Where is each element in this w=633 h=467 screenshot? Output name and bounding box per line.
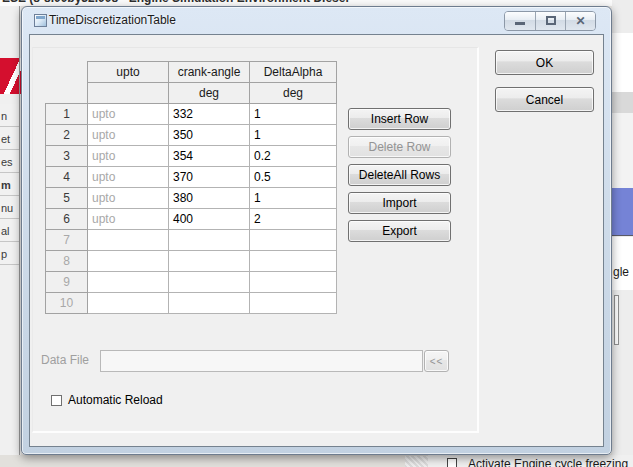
window-icon xyxy=(34,14,47,27)
row-number[interactable]: 9 xyxy=(46,272,88,293)
dialog-title: TimeDiscretizationTable xyxy=(49,13,176,27)
maximize-icon xyxy=(546,16,556,25)
table-row: 5upto3801 xyxy=(46,188,337,209)
cell-delta-alpha[interactable]: 0.5 xyxy=(250,167,337,188)
cell-delta-alpha[interactable]: 0.2 xyxy=(250,146,337,167)
cell-crank-angle[interactable] xyxy=(169,230,250,251)
cell-upto[interactable] xyxy=(88,230,169,251)
table-row: 1upto3321 xyxy=(46,104,337,125)
cell-crank-angle[interactable] xyxy=(169,272,250,293)
screen: ESE (8-8.00by32.008 - Engine Simulation … xyxy=(0,0,633,467)
window-controls xyxy=(504,11,596,31)
close-button[interactable] xyxy=(565,12,595,30)
table-row: 10 xyxy=(46,293,337,314)
automatic-reload-label: Automatic Reload xyxy=(68,393,163,407)
titlebar[interactable]: TimeDiscretizationTable xyxy=(22,7,611,34)
automatic-reload-checkbox[interactable] xyxy=(51,395,62,406)
minimize-button[interactable] xyxy=(505,12,535,30)
row-number[interactable]: 4 xyxy=(46,167,88,188)
column-header-delta-alpha[interactable]: DeltaAlpha xyxy=(250,62,337,83)
cell-upto[interactable]: upto xyxy=(88,104,169,125)
background-panel-border xyxy=(19,6,20,455)
column-header-upto[interactable]: upto xyxy=(88,62,169,83)
cell-upto[interactable] xyxy=(88,272,169,293)
close-icon xyxy=(566,12,595,30)
background-bottom-strip: Activate Engine cycle freezing xyxy=(0,455,633,467)
table-row: 8 xyxy=(46,251,337,272)
minimize-icon xyxy=(515,22,525,25)
table-row: 6upto4002 xyxy=(46,209,337,230)
corner-cell xyxy=(46,83,88,104)
cell-delta-alpha[interactable] xyxy=(250,293,337,314)
activate-freezing-label: Activate Engine cycle freezing xyxy=(468,457,628,467)
table-row: 3upto3540.2 xyxy=(46,146,337,167)
cell-delta-alpha[interactable]: 1 xyxy=(250,104,337,125)
background-hatch xyxy=(405,456,428,467)
ok-button[interactable]: OK xyxy=(495,50,594,75)
background-menu-fragments: netesmnualp xyxy=(0,104,20,265)
cell-delta-alpha[interactable]: 2 xyxy=(250,209,337,230)
cell-crank-angle[interactable] xyxy=(169,251,250,272)
row-number[interactable]: 7 xyxy=(46,230,88,251)
background-white-block xyxy=(612,33,633,92)
export-button[interactable]: Export xyxy=(348,220,451,242)
cell-delta-alpha[interactable] xyxy=(250,230,337,251)
cell-upto[interactable] xyxy=(88,251,169,272)
collapse-button[interactable]: << xyxy=(424,350,449,372)
scrollbar-fragment[interactable] xyxy=(614,295,619,345)
cancel-button[interactable]: Cancel xyxy=(495,87,594,112)
cell-crank-angle[interactable]: 380 xyxy=(169,188,250,209)
time-discretization-dialog: TimeDiscretizationTable upto crank-angle xyxy=(21,6,612,455)
menu-fragment: m xyxy=(0,173,20,196)
table-row: 4upto3700.5 xyxy=(46,167,337,188)
cell-upto[interactable]: upto xyxy=(88,167,169,188)
content-panel: upto crank-angle DeltaAlpha deg deg 1upt… xyxy=(32,47,479,433)
cell-delta-alpha[interactable] xyxy=(250,251,337,272)
row-number[interactable]: 5 xyxy=(46,188,88,209)
menu-fragment: nu xyxy=(0,196,20,219)
cell-crank-angle[interactable] xyxy=(169,293,250,314)
units-row: deg deg xyxy=(46,83,337,104)
row-number[interactable]: 2 xyxy=(46,125,88,146)
cell-crank-angle[interactable]: 350 xyxy=(169,125,250,146)
menu-fragment: et xyxy=(0,127,20,150)
column-header-crank-angle[interactable]: crank-angle xyxy=(169,62,250,83)
cell-upto[interactable]: upto xyxy=(88,209,169,230)
data-file-input[interactable] xyxy=(100,350,423,372)
unit-delta-alpha: deg xyxy=(250,83,337,104)
delete-row-button[interactable]: Delete Row xyxy=(348,136,451,158)
row-number[interactable]: 1 xyxy=(46,104,88,125)
cell-delta-alpha[interactable]: 1 xyxy=(250,125,337,146)
cell-upto[interactable] xyxy=(88,293,169,314)
cell-delta-alpha[interactable] xyxy=(250,272,337,293)
cell-upto[interactable]: upto xyxy=(88,188,169,209)
import-button[interactable]: Import xyxy=(348,192,451,214)
menu-fragment: p xyxy=(0,242,20,265)
background-text-fragment: gle xyxy=(613,265,629,279)
table-row: 7 xyxy=(46,230,337,251)
header-row: upto crank-angle DeltaAlpha xyxy=(46,62,337,83)
row-number[interactable]: 10 xyxy=(46,293,88,314)
cell-crank-angle[interactable]: 332 xyxy=(169,104,250,125)
unit-crank-angle: deg xyxy=(169,83,250,104)
background-gray-block xyxy=(612,92,633,113)
menu-fragment: al xyxy=(0,219,20,242)
cell-crank-angle[interactable]: 354 xyxy=(169,146,250,167)
delete-all-rows-button[interactable]: DeleteAll Rows xyxy=(348,164,451,186)
cell-delta-alpha[interactable]: 1 xyxy=(250,188,337,209)
table-row: 2upto3501 xyxy=(46,125,337,146)
menu-fragment: es xyxy=(0,150,20,173)
cell-crank-angle[interactable]: 370 xyxy=(169,167,250,188)
cell-upto[interactable]: upto xyxy=(88,146,169,167)
maximize-button[interactable] xyxy=(535,12,565,30)
row-number[interactable]: 6 xyxy=(46,209,88,230)
row-number[interactable]: 3 xyxy=(46,146,88,167)
data-file-label: Data File xyxy=(41,353,89,367)
corner-cell xyxy=(46,62,88,83)
menu-fragment: n xyxy=(0,104,20,127)
cell-upto[interactable]: upto xyxy=(88,125,169,146)
cell-crank-angle[interactable]: 400 xyxy=(169,209,250,230)
row-number[interactable]: 8 xyxy=(46,251,88,272)
activate-freezing-checkbox[interactable] xyxy=(447,458,457,467)
insert-row-button[interactable]: Insert Row xyxy=(348,108,451,130)
